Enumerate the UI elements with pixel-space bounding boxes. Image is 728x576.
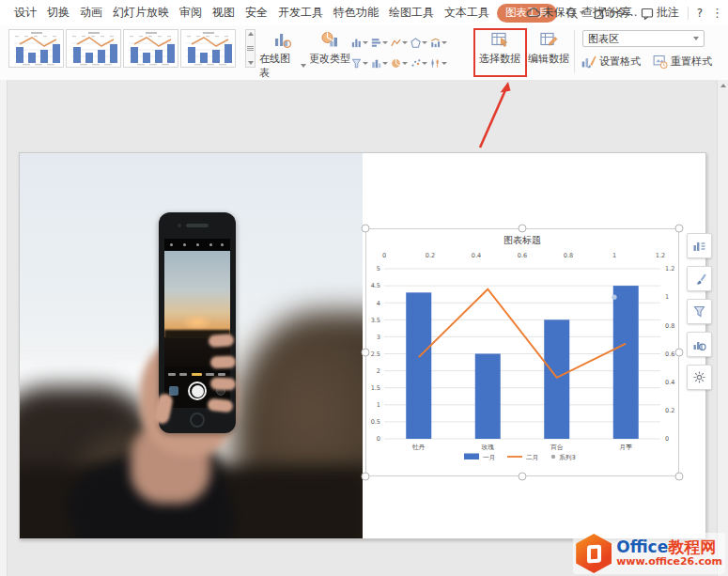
top-axis-tick: 0 [382, 252, 386, 259]
scroll-up-icon[interactable] [720, 84, 726, 87]
bar-玫瑰 [475, 354, 501, 440]
chart-type-radar-button[interactable] [410, 33, 427, 52]
chevron-down-icon [441, 41, 447, 44]
share-button[interactable]: 分享 [594, 5, 632, 21]
selection-handle[interactable] [362, 349, 369, 356]
panel-edge [0, 80, 8, 576]
chart-style-preset-4[interactable] [180, 29, 236, 68]
edit-data-button[interactable]: 编辑数据 [525, 30, 572, 66]
chart-object[interactable]: 图表标题00.20.40.60.811.200.511.522.533.544.… [365, 228, 679, 476]
online-chart-button[interactable]: 在线图表 [259, 30, 306, 80]
camera-mode-dash [218, 373, 225, 376]
right-axis-tick: 0.4 [665, 379, 674, 386]
chart-style-button[interactable] [687, 266, 712, 291]
right-axis-tick: 1 [665, 293, 669, 301]
chart-filter-button[interactable] [687, 299, 712, 324]
menu-tab-6[interactable]: 安全 [244, 3, 269, 23]
selection-handle[interactable] [675, 349, 683, 356]
gallery-more-icon[interactable] [247, 48, 254, 49]
menu-tab-4[interactable]: 审阅 [178, 3, 203, 23]
share-label: 分享 [610, 5, 632, 21]
logo-text: Office教程网 www.office26.com [616, 539, 722, 567]
left-axis-tick: 1.5 [371, 384, 380, 392]
menu-tab-3[interactable]: 幻灯片放映 [112, 3, 170, 23]
column-chart-icon [351, 37, 362, 49]
chart-elements-icon [692, 239, 706, 253]
more-options-button[interactable]: ⋮ [711, 6, 723, 20]
vertical-scrollbar[interactable] [717, 80, 728, 576]
phone-earpiece [186, 224, 209, 227]
chart-type-combo-button[interactable] [430, 33, 447, 52]
menu-tab-0[interactable]: 设计 [13, 3, 38, 23]
gallery-scrollbar[interactable] [245, 29, 256, 68]
timer-icon [209, 243, 212, 246]
line-chart-icon [391, 37, 401, 49]
slide-workspace: 图表标题00.20.40.60.811.200.511.522.533.544.… [0, 80, 728, 576]
category-label: 百合 [550, 444, 564, 451]
selection-handle[interactable] [675, 473, 683, 480]
menu-tab-5[interactable]: 视图 [211, 3, 236, 23]
chart-element-selector[interactable]: 图表区 [582, 30, 705, 47]
chart-style-preset-1[interactable] [8, 29, 64, 68]
camera-mode-selected [192, 373, 202, 376]
set-format-button[interactable]: 设置格式 [581, 54, 641, 70]
chart-type-funnel-button[interactable] [351, 54, 368, 72]
chart-type-column-3d-button[interactable] [371, 54, 388, 72]
settings-button[interactable] [687, 365, 712, 390]
menu-tab-8[interactable]: 特色功能 [333, 3, 379, 23]
chevron-down-icon [580, 11, 585, 15]
gallery-scroll-up-icon[interactable] [248, 32, 254, 36]
right-axis-tick: 1.2 [665, 265, 674, 272]
chart-style-icon [692, 272, 706, 286]
slide-photo-phone[interactable] [20, 153, 363, 538]
phone-home-button [190, 413, 205, 428]
menu-tab-7[interactable]: 开发工具 [277, 3, 324, 23]
change-type-button[interactable]: 更改类型 [306, 30, 353, 66]
selection-handle[interactable] [675, 225, 683, 232]
menu-tab-9[interactable]: 绘图工具 [388, 3, 435, 23]
selection-handle[interactable] [519, 225, 526, 232]
photo-finger [210, 356, 236, 369]
chart-type-column-button[interactable] [351, 33, 368, 52]
chart-elements-button[interactable] [687, 233, 712, 258]
share-icon [594, 7, 607, 20]
comment-button[interactable]: 批注 [641, 5, 679, 21]
selection-handle[interactable] [362, 473, 369, 480]
save-status-button[interactable]: 未保存 [526, 5, 585, 21]
reset-style-button[interactable]: 重置样式 [652, 54, 712, 70]
left-axis-tick: 2.5 [371, 350, 380, 358]
chart-style-preset-2[interactable] [66, 29, 121, 68]
select-data-button[interactable]: 选择数据 [476, 30, 523, 66]
selection-handle[interactable] [519, 473, 526, 480]
left-axis-tick: 5 [377, 265, 380, 272]
gallery-scroll-down-icon[interactable] [248, 61, 254, 65]
chart-title: 图表标题 [503, 235, 541, 245]
chart-type-pie-button[interactable] [391, 54, 408, 72]
chevron-down-icon [382, 41, 388, 44]
online-chart-button[interactable] [687, 332, 712, 357]
chart-type-grid [351, 33, 447, 72]
menu-tab-10[interactable]: 文本工具 [443, 3, 490, 23]
help-button[interactable]: ? [697, 7, 703, 20]
selection-handle[interactable] [362, 225, 369, 232]
help-label: ? [697, 7, 703, 20]
slide-canvas[interactable]: 图表标题00.20.40.60.811.200.511.522.533.544.… [19, 152, 706, 539]
chevron-down-icon [363, 41, 368, 44]
right-axis-tick: 0.8 [665, 322, 674, 330]
chart-type-stock-button[interactable] [430, 54, 447, 72]
top-axis-tick: 0.2 [426, 252, 435, 259]
menu-tab-2[interactable]: 动画 [79, 3, 103, 23]
legend-label: 系列3 [559, 454, 576, 461]
chart-type-bar-button[interactable] [371, 33, 388, 52]
top-axis-tick: 1 [612, 252, 616, 259]
legend-label: 二月 [526, 454, 539, 461]
menu-tab-1[interactable]: 切换 [46, 3, 70, 23]
chart-type-line-button[interactable] [391, 33, 408, 52]
chart-type-scatter-button[interactable] [410, 54, 427, 72]
top-axis-tick: 0.8 [564, 252, 573, 259]
photo-finger [210, 378, 236, 391]
chart-style-preset-3[interactable] [123, 29, 178, 68]
top-axis-tick: 1.2 [656, 252, 665, 259]
scatter-point [612, 295, 616, 300]
camera-mode-dash [206, 373, 214, 376]
